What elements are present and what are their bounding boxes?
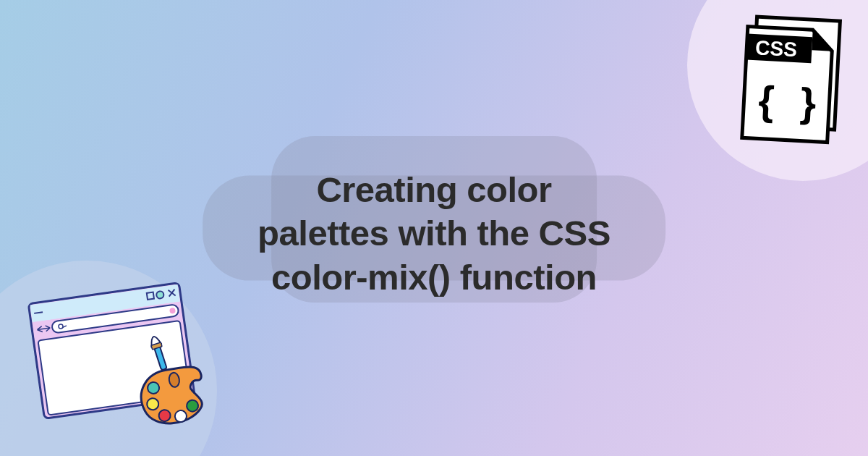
svg-point-24 (174, 410, 187, 423)
svg-text:CSS: CSS (755, 36, 798, 61)
title-line: Creating color (316, 170, 551, 209)
title-line: color-mix() function (271, 258, 597, 297)
title-line: palettes with the CSS (258, 214, 610, 253)
svg-point-22 (146, 397, 159, 410)
svg-point-25 (186, 400, 199, 413)
svg-text:{: { (757, 77, 775, 124)
svg-text:}: } (799, 80, 817, 126)
css-file-icon: CSS { } (734, 12, 853, 151)
page-title: Creating color palettes with the CSS col… (258, 168, 610, 299)
browser-palette-icon (6, 259, 225, 456)
svg-point-23 (158, 409, 171, 422)
svg-point-8 (156, 291, 164, 299)
svg-point-21 (147, 381, 160, 394)
page-title-container: Creating color palettes with the CSS col… (258, 157, 610, 299)
